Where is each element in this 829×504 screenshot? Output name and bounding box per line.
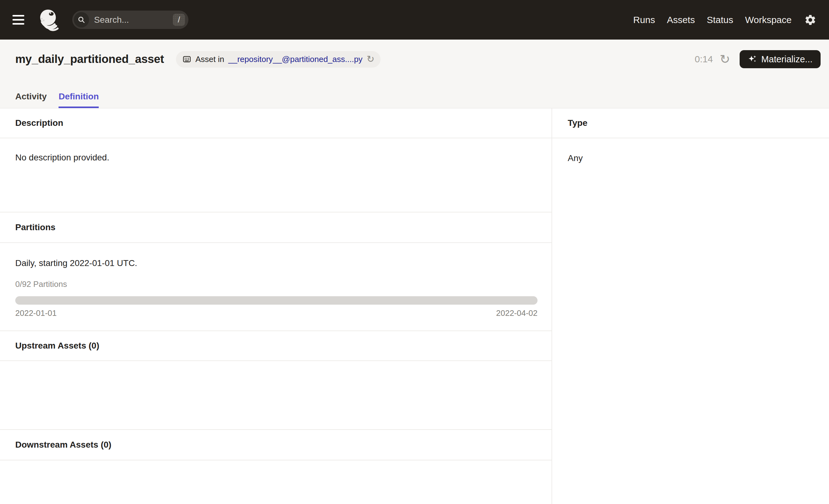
nav-links: Runs Assets Status Workspace bbox=[633, 15, 792, 25]
partitions-progress-bar bbox=[15, 296, 538, 304]
downstream-assets-section-header: Downstream Assets (0) bbox=[0, 430, 551, 460]
description-text: No description provided. bbox=[15, 153, 109, 162]
tab-bar: Activity Definition bbox=[0, 92, 829, 108]
asset-location-badge: Asset in __repository__@partitioned_ass.… bbox=[176, 51, 381, 68]
upstream-assets-section-header: Upstream Assets (0) bbox=[0, 331, 551, 361]
sparkle-icon bbox=[748, 55, 757, 64]
asset-in-label: Asset in bbox=[195, 55, 224, 64]
slash-shortcut-key: / bbox=[173, 14, 185, 26]
type-section-body: Any bbox=[552, 138, 829, 504]
gear-icon[interactable] bbox=[804, 14, 817, 26]
partitions-progress-label: 0/92 Partitions bbox=[15, 279, 538, 289]
nav-item-assets[interactable]: Assets bbox=[667, 15, 695, 25]
page-header: my_daily_partitioned_asset Asset in __re… bbox=[0, 40, 829, 108]
left-column: Description No description provided. Par… bbox=[0, 108, 552, 504]
materialize-label: Materialize... bbox=[761, 54, 813, 65]
materialize-button[interactable]: Materialize... bbox=[740, 50, 821, 68]
reload-definitions-icon[interactable]: ↻ bbox=[366, 55, 374, 64]
partitions-date-range: 2022-01-01 2022-04-02 bbox=[15, 309, 538, 318]
partitions-section-body: Daily, starting 2022-01-01 UTC. 0/92 Par… bbox=[0, 243, 551, 331]
type-section-header: Type bbox=[552, 108, 829, 138]
nav-item-workspace[interactable]: Workspace bbox=[745, 15, 792, 25]
dagster-logo-icon[interactable] bbox=[37, 8, 62, 32]
nav-item-runs[interactable]: Runs bbox=[633, 15, 655, 25]
partition-range-start: 2022-01-01 bbox=[15, 309, 57, 318]
right-column: Type Any bbox=[552, 108, 829, 504]
top-nav: / Runs Assets Status Workspace bbox=[0, 0, 829, 40]
menu-icon[interactable] bbox=[12, 13, 29, 27]
search-icon bbox=[74, 12, 89, 27]
repository-link[interactable]: __repository__@partitioned_ass....py bbox=[228, 55, 362, 64]
main-content: Description No description provided. Par… bbox=[0, 108, 829, 504]
search-input[interactable] bbox=[89, 15, 173, 25]
description-section-body: No description provided. bbox=[0, 138, 551, 212]
tab-definition[interactable]: Definition bbox=[59, 92, 99, 108]
upstream-assets-section-body bbox=[0, 361, 551, 430]
tab-activity[interactable]: Activity bbox=[15, 92, 47, 108]
partition-range-end: 2022-04-02 bbox=[496, 309, 538, 318]
title-row: my_daily_partitioned_asset Asset in __re… bbox=[0, 40, 829, 68]
refresh-icon[interactable]: ↻ bbox=[720, 53, 730, 65]
page-title: my_daily_partitioned_asset bbox=[15, 52, 164, 66]
nav-item-status[interactable]: Status bbox=[707, 15, 733, 25]
description-section-header: Description bbox=[0, 108, 551, 138]
repository-icon bbox=[182, 55, 191, 64]
partitions-section-header: Partitions bbox=[0, 212, 551, 243]
search-bar[interactable]: / bbox=[72, 10, 188, 29]
type-value: Any bbox=[568, 153, 583, 163]
partitions-definition-text: Daily, starting 2022-01-01 UTC. bbox=[15, 258, 538, 268]
refresh-timer: 0:14 bbox=[695, 54, 713, 65]
downstream-assets-section-body bbox=[0, 460, 551, 504]
